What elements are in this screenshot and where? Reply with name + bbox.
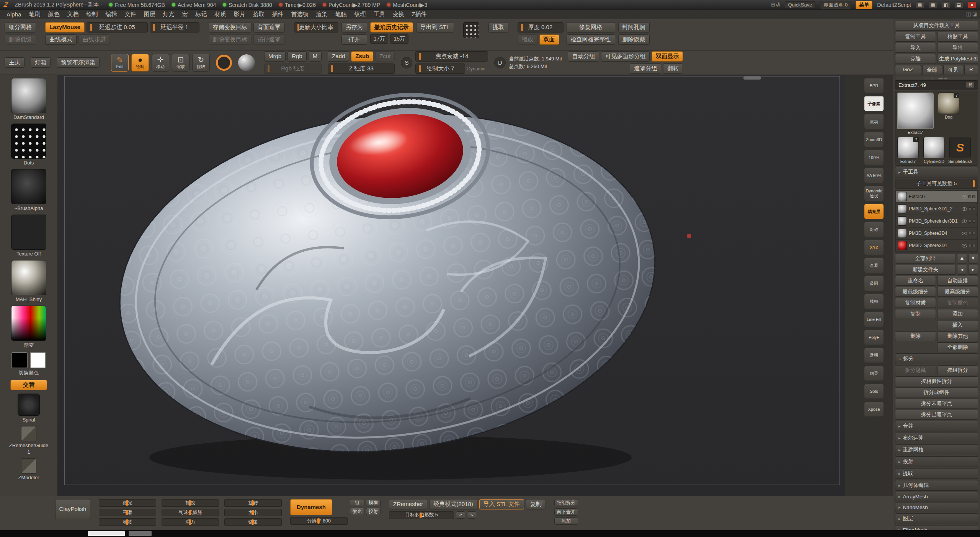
zadd-button[interactable]: Zadd (328, 51, 349, 62)
dynamic-d-icon[interactable]: D (494, 57, 506, 68)
rgb-intensity-slider[interactable]: Rgb 强度 (264, 63, 322, 74)
sculpt-model[interactable] (57, 75, 845, 496)
brush-selector[interactable]: DamStandard (11, 78, 46, 120)
check-mesh-integrity-button[interactable]: 检查网格完整性 (567, 34, 615, 45)
folder-left-icon[interactable]: ◂ (957, 265, 967, 275)
brush-thumbnail[interactable] (11, 78, 46, 113)
right-shelf-button[interactable]: Dynamic 透视 (864, 186, 884, 201)
scale-dim-button[interactable]: 缩放 (518, 34, 537, 45)
spiral-stroke-item[interactable]: Spiral (18, 394, 40, 423)
move-up-icon[interactable]: ▲ (957, 254, 967, 264)
classic-mode-button[interactable]: 经典模式(2018) (429, 499, 477, 509)
material-sphere-icon[interactable] (238, 54, 255, 71)
brush-selector[interactable]: Texture Off (11, 215, 46, 257)
modifier-slider[interactable]: 旋转 (224, 499, 282, 507)
close-icon[interactable]: × (968, 2, 976, 8)
focal-s-icon[interactable]: S (401, 57, 412, 68)
scale-mode-button[interactable]: ⊡ 缩放 (172, 54, 189, 72)
right-shelf-button[interactable]: 查看 (864, 258, 884, 273)
zremesherguide-cube-icon[interactable] (21, 426, 36, 441)
subtool-action-button[interactable]: 最高级细分 (937, 287, 978, 297)
fix-mesh-button[interactable]: 修复网格 (567, 22, 615, 33)
merge-down-button[interactable]: 向下合并 (554, 508, 578, 516)
default-zscript-button[interactable]: DefaultZScript (877, 2, 911, 8)
brush-selector[interactable]: Dots (11, 124, 46, 166)
right-shelf-button[interactable]: 填充层 (864, 204, 884, 219)
resolution-slider[interactable]: 分辨率 800 (290, 517, 348, 525)
menu-item[interactable]: Z插件 (408, 10, 430, 18)
subtool-action-button[interactable]: 自动重排 (937, 276, 978, 286)
focal-shift-slider[interactable]: 焦点衰减 -14 (415, 51, 488, 62)
swap-color-button[interactable]: 交替 (10, 380, 47, 390)
double-display-button[interactable]: 双面显示 (652, 51, 683, 62)
lightbox-tool-button[interactable]: 灯箱>工具 (895, 76, 978, 79)
dynamesh-option-button[interactable]: 微光 (350, 508, 364, 515)
subtool-row[interactable]: PM3D_Sphere3D1 (896, 240, 977, 251)
menu-item[interactable]: 纹理 (351, 10, 369, 18)
goz-button[interactable]: R (964, 65, 978, 75)
menu-item[interactable]: 文件 (121, 10, 139, 18)
subtool-action-button[interactable]: 重命名 (895, 276, 936, 286)
double-sided-button[interactable]: 双面 (539, 34, 559, 45)
menu-item[interactable]: 渲染 (312, 10, 331, 18)
subtool-action-button[interactable]: 复制 (895, 309, 936, 319)
group-split-button[interactable]: 细组拆分 (554, 499, 578, 506)
right-shelf-button[interactable]: 滚动 (864, 114, 884, 129)
palette-section[interactable]: 合并 (895, 421, 978, 431)
secondary-color-swatch[interactable] (30, 352, 46, 368)
menu-item[interactable]: 灯光 (159, 10, 178, 18)
split-button[interactable]: 拆分未遮罩点 (895, 399, 978, 408)
menu-item[interactable]: Alpha (3, 11, 24, 18)
backface-mask-button[interactable]: 背面遮罩 (253, 22, 285, 33)
visibility-eye-icon[interactable] (962, 232, 967, 235)
menus-toggle-button[interactable]: 菜单 (856, 1, 872, 9)
color-picker[interactable] (11, 306, 46, 341)
right-shelf-button[interactable]: 线框 (864, 294, 884, 309)
topological-mask-button[interactable]: 拓扑遮罩 (253, 34, 285, 45)
switch-color-label[interactable]: 切换颜色 (19, 369, 39, 376)
tool-panel-button[interactable]: 生成 PolyMesh3D (937, 54, 978, 64)
update-size-ratio-slider[interactable]: 更新大小比率 (294, 22, 338, 33)
split-button[interactable]: 拆分成组件 (895, 387, 978, 397)
draw-mode-button[interactable]: ● 绘制 (131, 54, 149, 72)
subtool-mask-icon[interactable] (972, 207, 975, 210)
menu-item[interactable]: 拾取 (249, 10, 268, 18)
split-section-header[interactable]: 拆分 (895, 353, 978, 364)
subtool-row[interactable]: PM3D_Sphere3D1_2 (896, 203, 977, 215)
right-shelf-button[interactable]: Solo (864, 384, 884, 399)
goz-button[interactable]: 全部 (922, 65, 942, 75)
arrow-down-right-icon[interactable]: ↘ (467, 511, 476, 519)
new-folder-button[interactable]: 新建文件夹 (895, 265, 956, 275)
subtool-action-button[interactable]: 全部删除 (937, 342, 978, 352)
active-tool-bar[interactable]: Extract7. 49 R (895, 80, 978, 90)
zcut-button[interactable]: Zcut (375, 51, 395, 62)
split-button[interactable]: 按组拆分 (937, 365, 978, 375)
auto-groups-button[interactable]: 自动分组 (568, 51, 599, 62)
lazy-step-slider[interactable]: 延迟步进 0.05 (87, 22, 148, 33)
palette-section[interactable]: 几何体编辑 (895, 480, 978, 491)
right-shelf-button[interactable]: 吸附 (864, 276, 884, 291)
extract-shelf-button[interactable]: 提取 (488, 22, 508, 33)
subtool-thumbnail[interactable] (898, 216, 907, 226)
right-shelf-button[interactable]: AA 50% (864, 168, 884, 183)
modifier-slider[interactable]: 噪波 (99, 518, 156, 526)
subtool-action-button[interactable]: 复制颜色 (937, 298, 978, 308)
delete-morph-target-button[interactable]: 删除变换目标 (209, 34, 252, 45)
right-shelf-button[interactable]: 100% (864, 150, 884, 165)
append-button[interactable]: 添加 (554, 517, 578, 525)
subtool-action-button[interactable]: 删除其他 (937, 331, 978, 341)
import-stl-button[interactable]: 导入 STL 文件 (479, 499, 524, 509)
subtool-row[interactable]: Extract7 (896, 191, 977, 202)
visibility-eye-icon[interactable] (962, 220, 967, 223)
preview-boolean-button[interactable]: 预览布尔渲染 (57, 57, 100, 68)
palette-section[interactable]: 重建网格 (895, 444, 978, 455)
palette-section[interactable]: 图层 (895, 513, 978, 524)
right-shelf-button[interactable]: Zoom3D (864, 132, 884, 147)
subtool-mask-icon[interactable] (972, 220, 975, 223)
modifier-slider[interactable]: 气球式膨胀 (162, 509, 219, 516)
move-mode-button[interactable]: ✛ 移动 (152, 54, 169, 72)
menu-item[interactable]: 材质 (211, 10, 229, 18)
dynamesh-option-button[interactable]: 组 (350, 499, 364, 506)
palette-section[interactable]: NanoMesh (895, 503, 978, 512)
arrow-up-right-icon[interactable]: ↗ (456, 511, 465, 519)
